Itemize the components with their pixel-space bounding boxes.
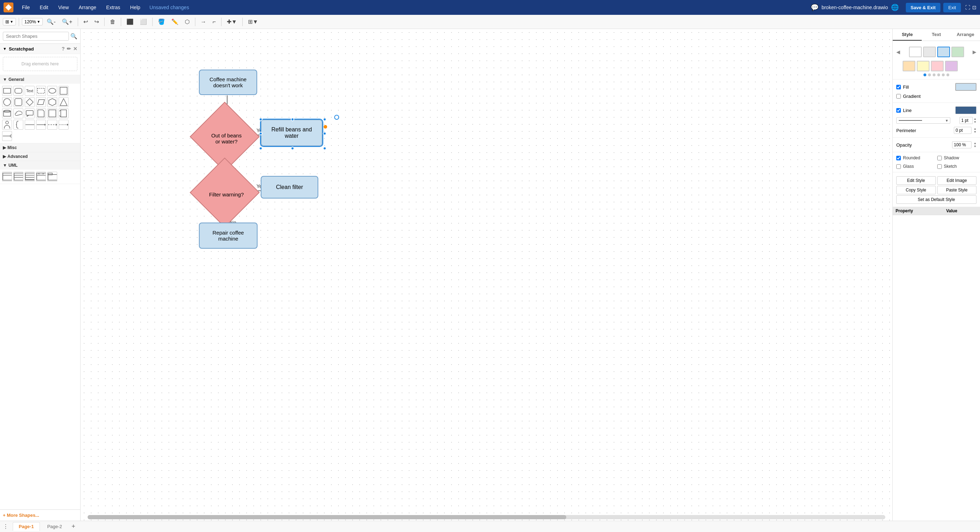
tab-style[interactable]: Style [893,29,922,41]
shape-brace[interactable] [13,120,23,130]
swatch-white[interactable] [909,47,922,57]
dot-4[interactable] [937,73,940,76]
handle-bm[interactable] [291,147,294,150]
uml-header[interactable]: ▼ UML [0,161,80,170]
shape-rounded-sq[interactable] [13,97,23,107]
connection-button[interactable]: → [198,17,209,27]
dot-6[interactable] [947,73,949,76]
line-color-btn[interactable] [955,106,977,114]
uml-class[interactable] [2,172,12,181]
advanced-header[interactable]: ▶ Advanced [0,152,80,161]
page-menu-icon[interactable]: ⋮ [3,523,8,530]
to-front-button[interactable]: ⬛ [124,17,136,27]
shape-line1[interactable] [25,120,35,130]
canvas-area[interactable]: Yes No Yes No Coffee machine doesn't wor… [81,29,892,521]
opacity-input[interactable] [952,141,972,148]
dot-3[interactable] [933,73,935,76]
shape-dotted-arrow[interactable] [59,120,68,130]
handle-br[interactable] [323,147,326,150]
perimeter-up[interactable]: ▲ [974,127,977,130]
shadow-checkbox[interactable] [937,156,942,160]
line-pt-down[interactable]: ▼ [974,121,977,124]
shape-rounded[interactable] [13,86,23,96]
sketch-checkbox[interactable] [937,164,942,169]
table-button[interactable]: ⊞▼ [245,17,261,27]
swatch-red[interactable] [931,61,943,71]
handle-tr[interactable] [323,118,326,121]
node-clean[interactable]: Clean filter [261,176,318,199]
shape-doc[interactable] [36,108,46,118]
uml-component[interactable] [25,172,35,181]
delete-button[interactable]: 🗑 [107,17,118,27]
fill-button[interactable]: 🪣 [156,17,167,27]
general-header[interactable]: ▼ General [0,75,80,84]
perimeter-down[interactable]: ▼ [974,130,977,133]
uml-package[interactable] [47,172,57,181]
shape-callout[interactable] [25,108,35,118]
shape-circle[interactable] [2,97,12,107]
dot-2[interactable] [928,73,931,76]
misc-header[interactable]: ▶ Misc [0,143,80,152]
tab-arrange[interactable]: Arrange [951,29,980,41]
node-start[interactable]: Coffee machine doesn't work [199,70,257,95]
line-pt-up[interactable]: ▲ [974,117,977,121]
menu-help[interactable]: Help [126,3,145,12]
swatch-orange[interactable] [903,61,915,71]
set-default-button[interactable]: Set as Default Style [896,195,977,204]
shape-text[interactable]: Text [25,86,35,96]
tab-text[interactable]: Text [922,29,951,41]
shape-arrow1[interactable] [36,120,46,130]
handle-tl[interactable] [259,118,262,121]
save-exit-button[interactable]: Save & Exit [906,3,941,13]
opacity-up[interactable]: ▲ [974,142,977,145]
insert-button[interactable]: ✚▼ [224,17,240,27]
menu-file[interactable]: File [18,3,34,12]
zoom-control[interactable]: 120% ▼ [22,18,43,25]
search-input[interactable] [3,32,69,41]
node-refill[interactable]: Refill beans and water [261,119,323,146]
dot-5[interactable] [942,73,945,76]
shape-circle-end[interactable] [2,131,12,141]
shadow-button[interactable]: ⬡ [182,17,192,27]
redo-button[interactable]: ↪ [92,17,102,27]
shape-cloud[interactable] [13,108,23,118]
opacity-down[interactable]: ▼ [974,145,977,148]
menu-view[interactable]: View [54,3,73,12]
shape-diamond[interactable] [25,97,35,107]
shape-triangle[interactable] [59,97,68,107]
swatch-purple[interactable] [945,61,958,71]
copy-style-button[interactable]: Copy Style [896,186,936,194]
shape-dashed-arrow[interactable] [47,120,57,130]
handle-ml[interactable] [259,132,262,135]
line-pt-input[interactable] [959,117,973,124]
rounded-checkbox[interactable] [896,156,901,160]
shape-process[interactable] [59,108,68,118]
shape-person[interactable] [2,120,12,130]
shape-cylinder[interactable] [2,108,12,118]
swatch-yellow[interactable] [917,61,929,71]
swatch-blue[interactable] [937,47,950,57]
shape-ellipse[interactable] [47,86,57,96]
line-style-selector[interactable]: ▼ [896,117,950,124]
sidebar-toggle[interactable]: ⊞ ▼ [3,18,16,25]
swatch-gray[interactable] [923,47,936,57]
fill-color-btn[interactable] [955,83,977,91]
more-shapes-button[interactable]: + More Shapes... [3,513,39,518]
node-diamond1[interactable]: Out of beansor water? [200,112,253,165]
menu-arrange[interactable]: Arrange [75,3,101,12]
node-diamond2[interactable]: Filter warning? [200,168,253,221]
orange-handle[interactable] [324,125,327,129]
swatch-prev[interactable]: ◀ [896,49,900,55]
menu-edit[interactable]: Edit [36,3,52,12]
handle-bl[interactable] [259,147,262,150]
rotate-handle[interactable] [334,115,339,120]
shape-dotted[interactable] [36,86,46,96]
scratchpad-close[interactable]: ✕ [73,46,77,52]
search-icon[interactable]: 🔍 [70,33,77,40]
zoom-in-button[interactable]: 🔍+ [59,17,75,27]
uml-note[interactable]: ≪…≫ [36,172,46,181]
to-back-button[interactable]: ⬜ [137,17,150,27]
shape-square[interactable] [59,86,68,96]
perimeter-input[interactable] [954,127,972,134]
zoom-out-button[interactable]: 🔍- [44,17,58,27]
